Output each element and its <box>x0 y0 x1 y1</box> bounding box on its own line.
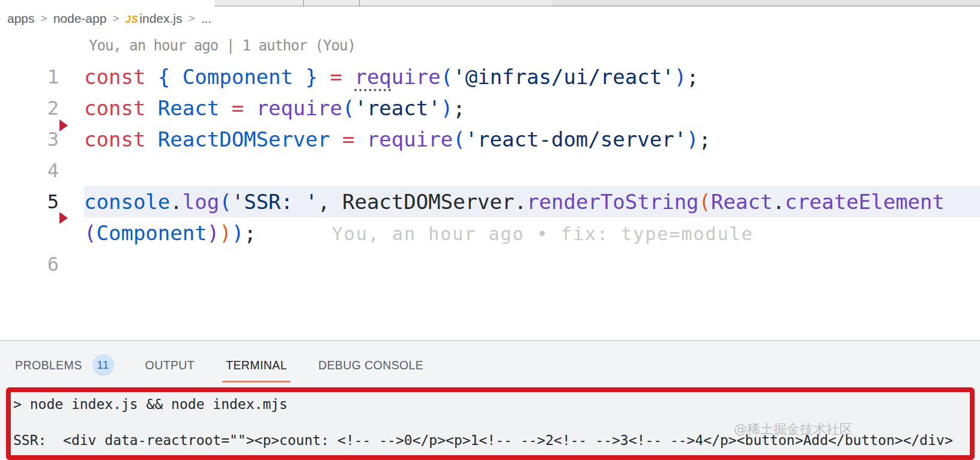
code-token <box>219 96 231 120</box>
code-token: = <box>342 127 354 151</box>
code-line-content: console.log('SSR: ', ReactDOMServer.rend… <box>84 186 980 217</box>
code-token: ( <box>441 65 453 89</box>
code-token: require <box>256 96 342 120</box>
tab-separator <box>359 0 360 7</box>
code-token: const <box>84 96 158 120</box>
code-token: = <box>330 65 342 89</box>
git-blame-codelens[interactable]: You, an hour ago | 1 author (You) <box>89 37 355 54</box>
code-token <box>354 127 366 151</box>
line-number <box>0 217 84 249</box>
code-token: ) <box>219 221 231 245</box>
problems-count-badge: 11 <box>92 354 114 376</box>
panel-tab-problems[interactable]: PROBLEMS11 <box>15 354 114 376</box>
code-token: . <box>170 190 182 214</box>
code-token: req <box>354 65 391 89</box>
code-token <box>330 127 342 151</box>
code-token: 'SSR: ' <box>232 190 318 214</box>
inline-git-blame: You, an hour ago • fix: type=module <box>256 223 754 244</box>
terminal-command: > node index.js && node index.mjs <box>11 395 970 414</box>
code-token: ) <box>686 127 698 151</box>
panel-tab-label: DEBUG CONSOLE <box>318 359 423 372</box>
line-number: 6 <box>0 249 84 280</box>
code-line[interactable]: 5console.log('SSR: ', ReactDOMServer.ren… <box>0 186 980 217</box>
code-token: const <box>84 65 158 89</box>
breadcrumb-item-apps[interactable]: apps <box>7 11 35 26</box>
code-token: ; <box>686 65 698 89</box>
code-token: = <box>232 96 244 120</box>
code-token: ) <box>674 65 686 89</box>
code-token: require <box>367 127 453 151</box>
code-token: Component <box>183 65 293 89</box>
code-line[interactable]: 3const ReactDOMServer = require('react-d… <box>0 124 980 155</box>
editor-tab-strip[interactable] <box>214 0 980 7</box>
modified-line-marker-icon <box>59 120 68 132</box>
code-token: ( <box>699 190 711 214</box>
code-token: . <box>515 190 527 214</box>
panel-tab-label: PROBLEMS <box>15 359 82 372</box>
breadcrumb-chevron-icon: > <box>40 12 48 25</box>
code-token: ) <box>441 96 453 120</box>
line-number: 4 <box>0 155 84 186</box>
code-line[interactable]: 4 <box>0 155 980 186</box>
tab-strip-empty-area <box>552 0 980 7</box>
line-number: 2 <box>0 92 84 124</box>
code-token: , <box>318 190 342 214</box>
code-token <box>244 96 256 120</box>
code-token: React <box>158 96 219 120</box>
code-token: console <box>84 190 170 214</box>
line-number: 5 <box>0 186 84 217</box>
watermark: @稀土掘金技术社区 <box>734 420 853 438</box>
code-token: ( <box>342 96 354 120</box>
code-editor[interactable]: You, an hour ago | 1 author (You) 1const… <box>0 32 980 340</box>
breadcrumb-item-node-app[interactable]: node-app <box>53 11 107 26</box>
code-token: 'react' <box>354 96 440 120</box>
code-token: ) <box>232 221 244 245</box>
line-number: 1 <box>0 61 84 92</box>
code-token <box>342 65 354 89</box>
code-token: 'react-dom/server' <box>465 127 686 151</box>
code-token: ( <box>453 127 465 151</box>
vscode-window: apps>node-app>JSindex.js>... You, an hou… <box>0 0 980 460</box>
code-token: ( <box>84 221 96 245</box>
code-token: { <box>158 65 183 89</box>
panel-tab-debug-console[interactable]: DEBUG CONSOLE <box>318 359 423 372</box>
modified-line-marker-icon <box>59 212 68 224</box>
code-line[interactable]: 1const { Component } = require('@infras/… <box>0 61 980 92</box>
code-token: ; <box>453 96 465 120</box>
code-token: createElement <box>785 190 945 214</box>
code-token: ReactDOMServer <box>158 127 330 151</box>
code-token: ; <box>699 127 711 151</box>
breadcrumb-chevron-icon: > <box>188 12 196 25</box>
code-token: const <box>84 127 158 151</box>
code-token: renderToString <box>527 190 699 214</box>
panel-tab-label: OUTPUT <box>145 359 195 372</box>
code-line[interactable]: 2const React = require('react'); <box>0 92 980 124</box>
panel-tab-bar: PROBLEMS11OUTPUTTERMINALDEBUG CONSOLE <box>15 354 455 376</box>
breadcrumb-item--[interactable]: ... <box>201 11 212 26</box>
code-token: ; <box>244 221 256 245</box>
code-line-content: const ReactDOMServer = require('react-do… <box>84 124 980 155</box>
breadcrumb-item-index-js[interactable]: JSindex.js <box>126 11 183 26</box>
code-token: Component <box>96 221 207 245</box>
panel-tab-label: TERMINAL <box>226 359 287 372</box>
javascript-file-icon: JS <box>126 14 139 25</box>
code-line-wrap[interactable]: (Component)));You, an hour ago • fix: ty… <box>0 217 980 249</box>
tab-separator <box>303 0 304 7</box>
code-line[interactable]: 6 <box>0 249 980 280</box>
code-token: log <box>183 190 219 214</box>
code-token: React <box>711 190 772 214</box>
code-token: ( <box>219 190 231 214</box>
code-area[interactable]: 1const { Component } = require('@infras/… <box>0 61 980 280</box>
code-token: uire <box>392 65 441 89</box>
panel-tab-terminal[interactable]: TERMINAL <box>226 359 287 372</box>
code-token: . <box>772 190 784 214</box>
panel-tab-output[interactable]: OUTPUT <box>145 359 195 372</box>
breadcrumb-chevron-icon: > <box>112 12 119 25</box>
breadcrumb: apps>node-app>JSindex.js>... <box>7 10 211 28</box>
code-token: } <box>293 65 318 89</box>
code-line-content: const { Component } = require('@infras/u… <box>84 61 980 92</box>
code-token: '@infras/ui/react' <box>453 65 674 89</box>
bottom-panel: PROBLEMS11OUTPUTTERMINALDEBUG CONSOLE > … <box>0 340 980 460</box>
line-number: 3 <box>0 124 84 155</box>
code-token: ) <box>207 221 219 245</box>
